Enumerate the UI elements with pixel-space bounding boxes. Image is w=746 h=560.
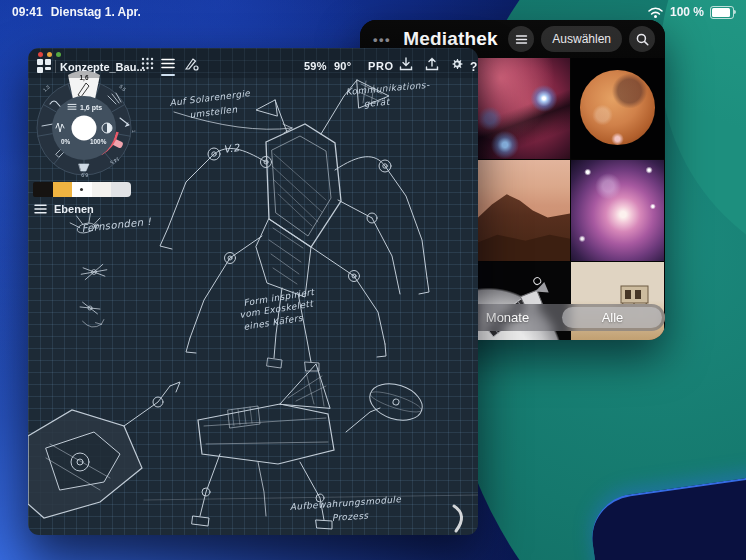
swatch-lightgray[interactable] [111, 182, 131, 197]
annotation-probe: Fernsonden ! [81, 216, 152, 234]
settings-gear-icon[interactable] [450, 57, 464, 71]
layers-button[interactable]: Ebenen [34, 203, 94, 215]
segment-alle[interactable]: Alle [560, 310, 665, 325]
active-tool-underline [161, 74, 175, 76]
swatch-white-selected[interactable] [72, 182, 92, 197]
concepts-toolbar: Konzepte_Bau... 59% 90° PRO [28, 48, 478, 78]
annotation-solar-1: Auf Solarenergie [169, 88, 252, 108]
mars-planet [580, 70, 654, 145]
concepts-window: Auf Solarenergie umstellen Kommunikation… [28, 48, 478, 535]
zoom-window-dot[interactable] [56, 52, 61, 57]
select-button[interactable]: Auswählen [541, 26, 622, 52]
stylus-icon[interactable] [184, 57, 199, 71]
search-button[interactable] [629, 26, 655, 52]
annotation-form-3: eines Käfers [243, 313, 305, 332]
library-segmented-control: Monate Alle [455, 304, 665, 331]
swatch-amber[interactable] [53, 182, 73, 197]
view-options-button[interactable] [508, 26, 534, 52]
status-date: Dienstag 1. Apr. [51, 5, 141, 19]
status-bar: 09:41 Dienstag 1. Apr. 100 % [0, 0, 746, 24]
opacity-min-label: 0% [61, 138, 71, 145]
layers-list-icon[interactable] [161, 57, 175, 70]
zoom-level[interactable]: 59% [304, 60, 327, 72]
wheel-size-top-left: 1.3 [42, 84, 51, 92]
help-button[interactable]: ? [470, 60, 478, 74]
annotation-version: V.2 [223, 142, 241, 155]
close-window-dot[interactable] [38, 52, 43, 57]
wheel-size-top-right: 5.5 [118, 84, 127, 92]
rotation-angle[interactable]: 90° [334, 60, 351, 72]
precision-grid-icon[interactable] [141, 57, 154, 70]
battery-icon [710, 6, 734, 19]
photo-orion-nebula[interactable] [571, 160, 664, 261]
wheel-size-bottom: 6.9 [81, 172, 88, 177]
annotation-solar-2: umstellen [189, 104, 238, 120]
opacity-max-label: 100% [90, 138, 107, 145]
minimize-window-dot[interactable] [47, 52, 52, 57]
export-icon[interactable] [425, 57, 439, 71]
stroke-width-label: 1,6 pts [80, 104, 102, 112]
wheel-size-right: 1 [131, 130, 136, 134]
hamburger-icon [34, 204, 47, 214]
annotation-comm-1: Kommunikations- [345, 80, 430, 97]
search-icon [636, 33, 649, 46]
annotation-form-2: vom Exoskelett [239, 298, 315, 320]
swatch-black[interactable] [33, 182, 53, 197]
import-icon[interactable] [399, 57, 413, 71]
window-menu-dots[interactable]: ••• [373, 32, 391, 47]
gallery-icon[interactable] [37, 59, 52, 73]
status-time: 09:41 [12, 5, 43, 19]
toolbar-divider [55, 60, 56, 73]
window-controls[interactable] [38, 52, 61, 57]
mediathek-title: Mediathek [403, 28, 498, 50]
select-button-label: Auswählen [552, 32, 611, 46]
photo-red-nebula[interactable] [477, 58, 570, 159]
pro-badge[interactable]: PRO [368, 60, 394, 72]
annotation-comm-2: gerät [363, 97, 391, 109]
swatch-offwhite[interactable] [92, 182, 112, 197]
wifi-icon [647, 5, 664, 19]
tool-wheel[interactable]: 1.3 5.5 1 14.5 6.9 1,6 1,6 pts 0% 100% [28, 68, 140, 188]
battery-percent: 100 % [670, 5, 704, 19]
photo-desert-mountains[interactable] [477, 160, 570, 261]
annotation-storage-2: Prozess [331, 510, 369, 523]
annotation-form-1: Form inspiriert [243, 287, 316, 308]
photo-mars[interactable] [571, 58, 664, 159]
photo-grid [477, 58, 665, 340]
annotation-storage-1: Aufbewahrungsmodule [289, 494, 402, 512]
wheel-center-button[interactable] [72, 116, 97, 141]
document-title[interactable]: Konzepte_Bau... [60, 61, 146, 73]
color-palette [33, 182, 131, 197]
layers-label: Ebenen [54, 203, 94, 215]
lines-icon [515, 34, 528, 45]
